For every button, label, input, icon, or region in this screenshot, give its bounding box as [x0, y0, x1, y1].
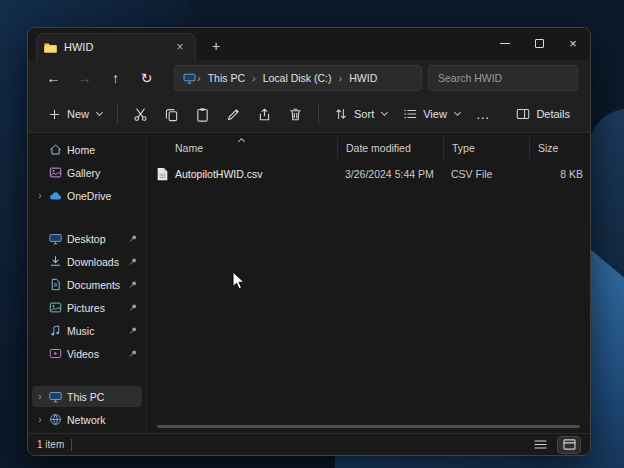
sidebar-label: OneDrive [67, 190, 138, 202]
back-button[interactable]: ← [40, 65, 67, 91]
toolbar-divider [318, 104, 319, 124]
sidebar-section-gap [28, 208, 146, 228]
rename-icon [226, 107, 241, 122]
sidebar-item-desktop[interactable]: Desktop [32, 228, 142, 249]
search-box[interactable] [428, 65, 578, 91]
sidebar-item-pictures[interactable]: Pictures [32, 297, 142, 318]
paste-icon [195, 107, 210, 122]
column-header-size[interactable]: Size [529, 137, 589, 159]
new-tab-button[interactable]: + [204, 35, 228, 57]
details-view-toggle-button[interactable] [558, 437, 580, 453]
more-options-button[interactable]: … [470, 100, 497, 128]
breadcrumb-local-disk-c[interactable]: Local Disk (C:) [257, 70, 338, 86]
sidebar-item-this-pc[interactable]: › This PC [32, 386, 142, 407]
home-icon [49, 143, 62, 156]
cut-button[interactable] [127, 100, 154, 128]
sidebar-item-downloads[interactable]: Downloads [32, 251, 142, 272]
breadcrumb-chevron-icon: › [196, 72, 202, 84]
sidebar-item-gallery[interactable]: Gallery [32, 162, 142, 183]
sort-button[interactable]: Sort [326, 100, 395, 128]
file-row-autopilothwid[interactable]: AutopilotHWID.csv 3/26/2024 5:44 PM CSV … [147, 163, 590, 185]
column-header-date-modified[interactable]: Date modified [337, 137, 443, 159]
sort-label: Sort [354, 108, 374, 120]
minimize-button[interactable] [488, 28, 522, 58]
new-button[interactable]: New [40, 100, 110, 128]
cut-icon [133, 107, 148, 122]
breadcrumb-hwid[interactable]: HWID [343, 70, 383, 86]
chevron-down-icon [454, 109, 461, 116]
sidebar-label: Gallery [67, 167, 138, 179]
sidebar-label: Downloads [67, 256, 123, 268]
view-label: View [423, 108, 447, 120]
sidebar-item-network[interactable]: › Network [32, 409, 142, 430]
pin-icon [128, 280, 138, 289]
address-bar[interactable]: › This PC › Local Disk (C:) › HWID [174, 65, 422, 91]
chevron-down-icon [381, 109, 388, 116]
refresh-button[interactable]: ↻ [133, 65, 160, 91]
sidebar-item-documents[interactable]: Documents [32, 274, 142, 295]
sidebar-item-onedrive[interactable]: › OneDrive [32, 185, 142, 206]
chevron-right-icon[interactable]: › [36, 190, 44, 201]
tab-title: HWID [64, 41, 165, 53]
sidebar-item-home[interactable]: Home [32, 139, 142, 160]
desktop: HWID × + × ← → ↑ ↻ › This PC › Local Dis… [0, 0, 624, 468]
chevron-right-icon[interactable]: › [36, 391, 44, 402]
column-header-name[interactable]: Name [147, 137, 337, 159]
sidebar-label: Pictures [67, 302, 123, 314]
list-view-toggle-button[interactable] [529, 437, 551, 453]
sidebar-item-videos[interactable]: Videos [32, 343, 142, 364]
breadcrumb-chevron-icon: › [251, 72, 257, 84]
file-type: CSV File [443, 168, 529, 180]
horizontal-scrollbar[interactable] [157, 425, 580, 428]
share-button[interactable] [251, 100, 278, 128]
copy-icon [164, 107, 179, 122]
rename-button[interactable] [220, 100, 247, 128]
details-pane-icon [516, 107, 530, 121]
breadcrumb-this-pc[interactable]: This PC [202, 70, 251, 86]
column-header-type[interactable]: Type [443, 137, 529, 159]
explorer-tab[interactable]: HWID × [36, 33, 196, 60]
pin-icon [128, 257, 138, 266]
downloads-icon [49, 255, 62, 268]
details-button[interactable]: Details [508, 100, 578, 128]
pin-icon [128, 303, 138, 312]
sidebar-label: This PC [67, 391, 138, 403]
copy-button[interactable] [158, 100, 185, 128]
window-controls: × [488, 28, 590, 58]
explorer-body: Home Gallery › OneDrive Desktop [28, 133, 590, 433]
column-header-row: Name Date modified Type Size [147, 137, 590, 159]
network-icon [49, 413, 62, 426]
csv-file-icon [156, 167, 169, 181]
navigation-bar: ← → ↑ ↻ › This PC › Local Disk (C:) › HW… [28, 60, 590, 96]
chevron-down-icon [96, 109, 103, 116]
sidebar-label: Videos [67, 348, 123, 360]
mouse-cursor [232, 271, 245, 290]
status-bar: 1 item [28, 433, 590, 455]
sidebar-item-music[interactable]: Music [32, 320, 142, 341]
up-button[interactable]: ↑ [102, 65, 129, 91]
file-list-pane: Name Date modified Type Size AutopilotHW… [146, 133, 590, 433]
pictures-icon [49, 301, 62, 314]
paste-button[interactable] [189, 100, 216, 128]
tab-close-icon[interactable]: × [172, 39, 188, 55]
chevron-right-icon[interactable]: › [36, 414, 44, 425]
music-icon [49, 324, 62, 337]
search-input[interactable] [438, 72, 568, 84]
list-view-icon [534, 439, 547, 450]
folder-icon [44, 42, 57, 53]
details-view-icon [563, 439, 576, 450]
pin-icon [128, 349, 138, 358]
this-pc-icon [49, 391, 62, 403]
file-explorer-window: HWID × + × ← → ↑ ↻ › This PC › Local Dis… [27, 27, 591, 456]
delete-button[interactable] [282, 100, 309, 128]
details-label: Details [536, 108, 570, 120]
file-name: AutopilotHWID.csv [175, 168, 263, 180]
forward-button[interactable]: → [71, 65, 98, 91]
maximize-button[interactable] [522, 28, 556, 58]
close-button[interactable]: × [556, 28, 590, 58]
sort-ascending-icon [238, 138, 245, 145]
view-button[interactable]: View [395, 100, 468, 128]
sidebar-label: Home [67, 144, 138, 156]
desktop-icon [49, 233, 62, 245]
navigation-pane: Home Gallery › OneDrive Desktop [28, 133, 146, 433]
